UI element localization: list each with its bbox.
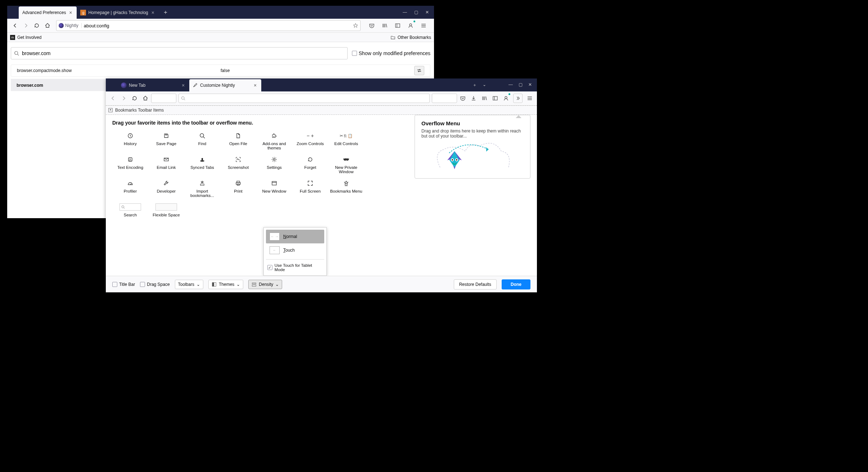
menu-icon[interactable] — [418, 21, 429, 31]
svg-point-19 — [273, 159, 275, 161]
back-button[interactable] — [108, 93, 118, 103]
pocket-icon[interactable] — [366, 21, 377, 31]
item-open-file[interactable]: Open File — [220, 131, 256, 152]
themes-icon — [212, 282, 217, 287]
item-screenshot[interactable]: Screenshot — [220, 154, 256, 175]
tab-new-tab[interactable]: New Tab × — [117, 79, 189, 91]
back-button[interactable] — [10, 21, 20, 31]
overflow-button[interactable] — [513, 94, 523, 103]
downloads-icon[interactable] — [469, 93, 479, 103]
fullscreen-icon — [307, 180, 313, 187]
item-forget[interactable]: Forget — [292, 154, 328, 175]
item-text-encoding[interactable]: あText Encoding — [112, 154, 148, 175]
url-bar[interactable]: Nightly — [56, 20, 361, 31]
tab-ghacks[interactable]: g Homepage | gHacks Technolog × — [77, 6, 159, 19]
tab-customize[interactable]: Customize Nightly × — [189, 79, 261, 91]
show-modified-checkbox[interactable]: Show only modified preferences — [352, 50, 430, 56]
pocket-icon[interactable] — [458, 93, 468, 103]
item-zoom[interactable]: − +Zoom Controls — [292, 131, 328, 152]
identity-box[interactable]: Nightly — [59, 23, 82, 28]
account-icon[interactable] — [501, 93, 511, 103]
item-settings[interactable]: Settings — [256, 154, 292, 175]
tab-advanced-preferences[interactable]: Advanced Preferences × — [19, 6, 77, 19]
tab-dropdown-icon[interactable]: ⌄ — [483, 82, 486, 88]
bookmarks-toolbar-items[interactable]: Bookmarks Toolbar Items — [106, 105, 537, 115]
titlebar-checkbox[interactable]: Title Bar — [112, 282, 135, 287]
item-history[interactable]: History — [112, 131, 148, 152]
account-icon[interactable] — [405, 21, 416, 31]
item-bookmarks-menu[interactable]: Bookmarks Menu — [328, 178, 364, 199]
item-new-window[interactable]: New Window — [256, 178, 292, 199]
item-find[interactable]: Find — [184, 131, 220, 152]
library-icon[interactable] — [379, 21, 390, 31]
themes-dropdown[interactable]: Themes ⌄ — [208, 280, 243, 289]
url-input[interactable] — [84, 23, 351, 28]
dragspace-checkbox[interactable]: Drag Space — [140, 282, 169, 287]
new-tab-button[interactable]: ＋ — [159, 9, 172, 16]
item-profiler[interactable]: Profiler — [112, 178, 148, 199]
done-button[interactable]: Done — [502, 279, 530, 289]
close-icon[interactable]: ✕ — [528, 82, 532, 88]
item-save-page[interactable]: Save Page — [148, 131, 184, 152]
density-option-touch[interactable]: ← Touch — [266, 243, 324, 257]
close-icon[interactable]: × — [181, 83, 186, 88]
overflow-illustration — [415, 131, 530, 175]
pref-row[interactable]: browser.compactmode.show false — [11, 64, 430, 77]
sidebar-icon[interactable] — [392, 21, 403, 31]
url-bar[interactable] — [178, 94, 430, 103]
show-modified-label: Show only modified preferences — [359, 50, 430, 56]
close-icon[interactable]: ✕ — [425, 10, 429, 15]
home-button[interactable] — [140, 93, 150, 103]
item-search[interactable]: Search — [112, 202, 148, 219]
placeholder-box[interactable] — [432, 94, 457, 103]
paintbrush-icon — [193, 83, 198, 88]
density-option-normal[interactable]: ← → Normal — [266, 230, 324, 243]
restore-defaults-button[interactable]: Restore Defaults — [454, 279, 497, 289]
close-icon[interactable]: × — [150, 10, 155, 15]
sidebar-icon[interactable] — [490, 93, 500, 103]
item-flexible-space[interactable]: Flexible Space — [148, 202, 184, 219]
toolbars-dropdown[interactable]: Toolbars ⌄ — [175, 280, 203, 289]
forward-button[interactable] — [119, 93, 129, 103]
history-icon — [127, 132, 133, 139]
item-import-bookmarks[interactable]: Import bookmarks... — [184, 178, 220, 199]
density-label: Touch — [283, 248, 295, 253]
item-synced-tabs[interactable]: Synced Tabs — [184, 154, 220, 175]
item-private-window[interactable]: New Private Window — [328, 154, 364, 175]
svg-point-5 — [182, 97, 185, 100]
close-icon[interactable]: × — [253, 83, 258, 88]
search-box-mini — [119, 203, 141, 211]
new-tab-button[interactable]: ＋ — [473, 82, 477, 88]
bookmark-star-icon[interactable] — [353, 23, 358, 28]
bookmarks-toolbar-label: Bookmarks Toolbar Items — [115, 108, 164, 113]
maximize-icon[interactable]: ▢ — [414, 10, 418, 15]
item-addons[interactable]: Add-ons and themes — [256, 131, 292, 152]
minimize-icon[interactable]: — — [508, 82, 513, 88]
config-search[interactable] — [11, 47, 348, 59]
item-developer[interactable]: Developer — [148, 178, 184, 199]
item-fullscreen[interactable]: Full Screen — [292, 178, 328, 199]
toolbar-icons — [364, 21, 431, 31]
minimize-icon[interactable]: — — [403, 10, 407, 15]
reload-button[interactable] — [32, 21, 42, 31]
density-dropdown[interactable]: Density ⌄ — [248, 280, 282, 289]
item-email-link[interactable]: Email Link — [148, 154, 184, 175]
config-search-input[interactable] — [22, 50, 344, 56]
placeholder-box[interactable] — [151, 94, 176, 103]
tablet-mode-checkbox[interactable]: Use Touch for Tablet Mode — [266, 259, 324, 273]
pref-value: false — [221, 68, 414, 73]
menu-icon[interactable] — [525, 93, 535, 103]
close-icon[interactable]: × — [68, 10, 73, 15]
item-edit[interactable]: ✂ ⎘ 📋Edit Controls — [328, 131, 364, 152]
library-icon[interactable] — [479, 93, 489, 103]
home-button[interactable] — [42, 21, 53, 31]
other-bookmarks[interactable]: Other Bookmarks — [398, 35, 431, 40]
item-print[interactable]: Print — [220, 178, 256, 199]
toggle-button[interactable] — [414, 66, 424, 75]
overflow-panel[interactable]: Overflow Menu Drag and drop items here t… — [415, 115, 530, 179]
forward-button[interactable] — [21, 21, 31, 31]
reload-button[interactable] — [130, 93, 140, 103]
maximize-icon[interactable]: ▢ — [519, 82, 523, 88]
svg-point-31 — [456, 159, 457, 161]
bookmark-item[interactable]: Get Involved — [17, 35, 41, 40]
